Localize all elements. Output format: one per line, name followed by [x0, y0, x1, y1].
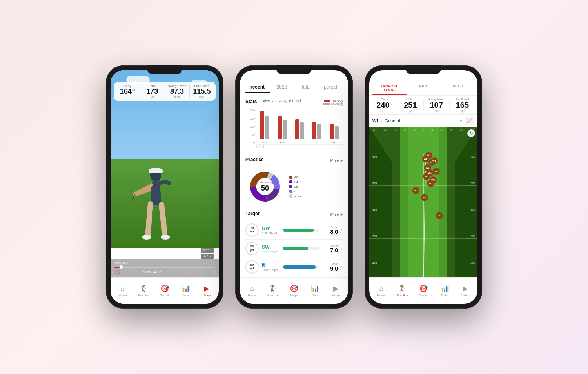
sw-dist: dist : 35 yd [262, 250, 280, 253]
nav-data-3[interactable]: 📊 Data [434, 284, 455, 297]
practice-label-1: Practice [138, 294, 149, 297]
total-value: 173 [142, 88, 163, 96]
nav-practice-3[interactable]: 🏌 Practice [392, 284, 413, 297]
dr-tab-pro[interactable]: PRO [407, 82, 441, 95]
target-more-btn[interactable]: More + [330, 212, 343, 217]
refresh-btn[interactable]: ↻ [467, 129, 475, 137]
stat-carry: Carry 164yd [117, 84, 138, 98]
eye-off-icon[interactable]: 🚫 [114, 269, 120, 275]
sw-circle: 50yd [245, 242, 259, 255]
dr-carry-value: 240yd [372, 101, 396, 109]
carry-value: 164yd [117, 88, 138, 96]
phone2-content: recent 2023 total period Stats * Driver … [240, 70, 348, 304]
label-200: 200 [372, 261, 377, 264]
tab-2023[interactable]: 2023 [270, 82, 294, 93]
gw-bar-container [283, 229, 319, 232]
dot-u5 [289, 185, 292, 188]
gw-club: GW [262, 226, 280, 231]
dr-tab-range[interactable]: DRIVINGRANGE [372, 82, 407, 95]
label-50: 50 [260, 169, 264, 172]
gw-score: 8.0 [322, 229, 338, 235]
sw-info: SW dist : 35 yd [262, 244, 280, 253]
video-icon-1: ▶ [204, 284, 209, 293]
bar-i4-label: i4 [316, 141, 318, 144]
stat-total: Total 173 yd [142, 84, 163, 98]
gw-info: GW dist : 56 yd [262, 226, 280, 235]
tab-total[interactable]: total [294, 82, 318, 93]
home-icon-1: ⌂ [120, 285, 125, 293]
fullscreen-icon[interactable]: ⛶ [210, 269, 215, 275]
level-avg-label: Level avg [331, 103, 343, 105]
dr-divider-3 [449, 100, 450, 111]
nav-target-3[interactable]: 🎯 Target [413, 284, 434, 297]
practice-icon-2: 🏌 [269, 284, 277, 293]
i6-info: I6 거리 : 85yd [262, 262, 280, 272]
practice-section: Practice More + [245, 157, 343, 206]
more-icon[interactable]: ··· [184, 269, 188, 275]
donut-wrapper: Total Swing 50 150 130 100 90 50 [245, 167, 285, 206]
dr-tab-video[interactable]: VIDEO [440, 82, 474, 95]
gw-arrow[interactable]: › [341, 227, 343, 233]
data-icon-1: 📊 [181, 284, 190, 293]
shot-9: W1 [433, 168, 440, 175]
notch-2 [276, 65, 312, 74]
nav-practice-1[interactable]: 🏌 Practice [133, 284, 154, 297]
dr-stat-total: Total 251 yd [398, 98, 422, 112]
practice-icon-3: 🏌 [398, 284, 407, 293]
sw-bar-bg [283, 247, 319, 250]
data-label-2: Data [312, 294, 318, 297]
video-controls: 2022.05.2 🚫 00:00 / 00:05 ··· ⛶ [111, 259, 219, 277]
sw-score-area: Score 7.0 [322, 244, 338, 253]
bar-u4-red [278, 116, 282, 139]
video-label-3: Video [461, 294, 469, 297]
progress-dot [120, 265, 123, 269]
donut-legend: W3 U4 U5 I7 [289, 176, 301, 198]
i6-bar-bg [283, 265, 319, 269]
progress-bar[interactable] [114, 267, 215, 268]
nav-home-1[interactable]: ⌂ Home [112, 285, 133, 297]
target-icon-2: 🎯 [290, 284, 298, 293]
bar-u6-red [295, 119, 299, 139]
sw-club: SW [262, 244, 280, 250]
chart-icon[interactable]: 📈 [465, 117, 474, 125]
tab-period[interactable]: period [318, 82, 343, 93]
nav-video-2[interactable]: ▶ Video [325, 284, 347, 297]
col-labels: 125 100 75 50 25 0 25 50 75 100 125 [369, 129, 477, 131]
video-label-1: Video [203, 294, 211, 297]
nav-video-3[interactable]: ▶ Video [455, 284, 476, 297]
notch-1 [147, 65, 182, 74]
sw-arrow[interactable]: › [341, 246, 343, 251]
ball-value: 115.5 [191, 88, 212, 96]
tab-recent[interactable]: recent [245, 82, 270, 93]
practice-more-btn[interactable]: More + [330, 158, 343, 163]
nav-video-1[interactable]: ▶ Video [196, 284, 217, 297]
dr-filter-club: W1 [372, 118, 379, 123]
shot-5: W1 [431, 157, 438, 164]
bar-u4: U4 [275, 116, 289, 144]
nav-target-1[interactable]: 🎯 Target [154, 284, 175, 297]
bar-i4: i4 [310, 122, 323, 144]
chevron-down-icon[interactable]: ∨ [459, 119, 462, 123]
speed-05[interactable]: 0.5 x [201, 254, 214, 259]
speed-025[interactable]: 0.25 x [201, 248, 214, 253]
shot-10: W1 [427, 180, 434, 187]
i6-arrow[interactable]: › [341, 264, 343, 270]
nav-home-3[interactable]: ⌂ Home [371, 285, 392, 297]
legend-w3: W3 [289, 176, 301, 179]
dr-stat-ball: Ball Speed 165 mph [450, 98, 474, 112]
nav-data-2[interactable]: 📊 Data [305, 284, 326, 297]
nav-target-2[interactable]: 🎯 Target [283, 284, 305, 297]
progress-fill [114, 267, 120, 268]
stat-ball: Ball Speed 115.5 mph [191, 84, 212, 98]
nav-practice-2[interactable]: 🏌 Practice [263, 284, 284, 297]
dr-stat-swing: Swing Speed 107 mph [425, 98, 448, 112]
nav-home-2[interactable]: ⌂ Home [241, 285, 263, 297]
target-icon-1: 🎯 [160, 284, 169, 293]
user-avg-label: User avg [332, 100, 343, 102]
phone-3: DRIVINGRANGE PRO VIDEO Carry 240yd Total [365, 65, 482, 309]
nav-data-1[interactable]: 📊 Data [175, 284, 196, 297]
shot-12: W1 [421, 194, 428, 201]
dot-other [289, 194, 292, 198]
phone2-bottom-nav: ⌂ Home 🏌 Practice 🎯 Target 📊 Data ▶ [240, 277, 348, 304]
time-display: 00:00 / 00:05 [143, 271, 161, 274]
